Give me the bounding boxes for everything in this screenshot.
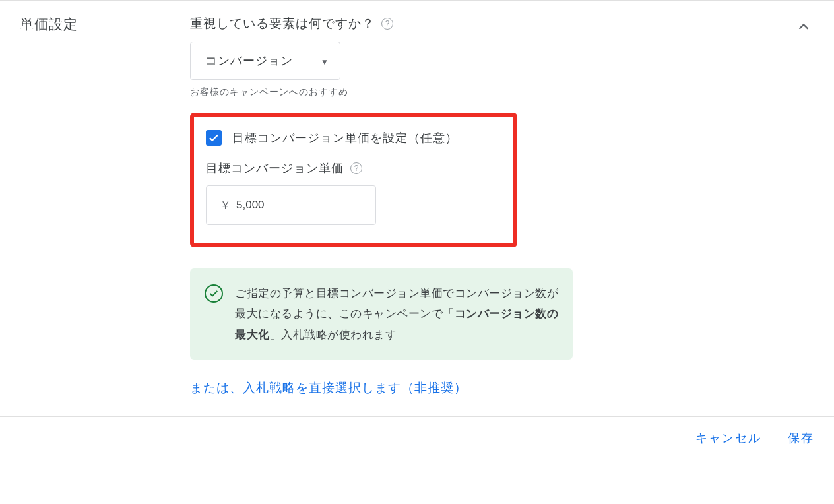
target-cpa-field-label: 目標コンバージョン単価 (206, 160, 344, 176)
direct-strategy-link[interactable]: または、入札戦略を直接選択します（非推奨） (190, 379, 814, 396)
currency-symbol: ￥ (220, 198, 231, 213)
save-button[interactable]: 保存 (788, 430, 814, 446)
checkmark-icon (208, 132, 220, 144)
focus-dropdown[interactable]: コンバージョン ▼ (190, 42, 340, 80)
info-text-post: 」入札戦略が使われます (270, 329, 397, 341)
section-body: 重視している要素は何ですか？ ? コンバージョン ▼ お客様のキャンペーンへのお… (190, 15, 814, 396)
footer-actions: キャンセル 保存 (0, 417, 834, 446)
chevron-down-icon: ▼ (321, 57, 329, 67)
recommendation-note: お客様のキャンペーンへのおすすめ (190, 86, 814, 98)
focus-dropdown-value: コンバージョン (205, 53, 293, 69)
collapse-button[interactable] (792, 15, 816, 39)
target-cpa-checkbox[interactable] (206, 130, 222, 146)
cancel-button[interactable]: キャンセル (695, 430, 761, 446)
strategy-info-box: ご指定の予算と目標コンバージョン単価でコンバージョン数が最大になるように、このキ… (190, 268, 573, 360)
help-icon[interactable]: ? (350, 162, 362, 174)
target-cpa-block: 目標コンバージョン単価を設定（任意） 目標コンバージョン単価 ? ￥ 5,000 (190, 113, 517, 247)
target-cpa-checkbox-row: 目標コンバージョン単価を設定（任意） (206, 130, 501, 146)
target-cpa-value: 5,000 (236, 199, 265, 212)
focus-question-row: 重視している要素は何ですか？ ? (190, 15, 814, 32)
focus-question: 重視している要素は何ですか？ (190, 15, 375, 32)
checkmark-circle-icon (205, 284, 223, 303)
bidding-section: 単価設定 重視している要素は何ですか？ ? コンバージョン ▼ お客様のキャンペ… (0, 0, 834, 417)
section-title-col: 単価設定 (20, 15, 190, 396)
section-title: 単価設定 (20, 15, 190, 34)
target-cpa-input[interactable]: ￥ 5,000 (206, 185, 376, 225)
target-cpa-checkbox-label: 目標コンバージョン単価を設定（任意） (232, 130, 458, 146)
help-icon[interactable]: ? (381, 18, 393, 30)
strategy-info-text: ご指定の予算と目標コンバージョン単価でコンバージョン数が最大になるように、このキ… (235, 283, 558, 345)
chevron-up-icon (796, 20, 811, 34)
target-cpa-label-row: 目標コンバージョン単価 ? (206, 160, 501, 176)
